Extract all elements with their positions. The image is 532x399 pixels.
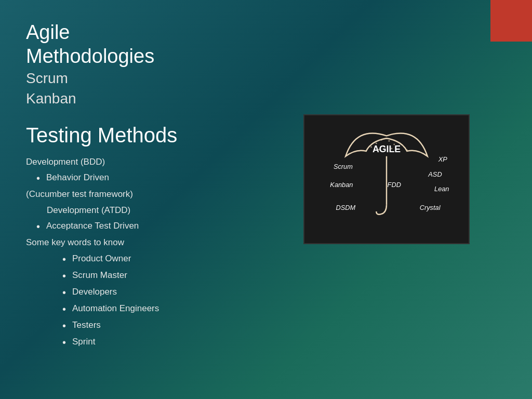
svg-text:Scrum: Scrum xyxy=(334,163,353,170)
main-content: Agile Methodologies Scrum Kanban Testing… xyxy=(0,0,260,371)
svg-point-3 xyxy=(388,140,390,142)
automation-item: • Automation Engineers xyxy=(62,301,234,317)
sub-bullet-icon-5: • xyxy=(62,317,66,334)
main-title: Agile Methodologies xyxy=(26,21,234,68)
svg-point-6 xyxy=(370,147,372,148)
product-owner-text: Product Owner xyxy=(72,251,131,267)
keywords-text: Some key words to know xyxy=(26,235,234,251)
sprint-item: • Sprint xyxy=(62,334,234,351)
automation-text: Automation Engineers xyxy=(72,301,159,317)
svg-text:DSDM: DSDM xyxy=(336,204,355,211)
bdd-text: Development (BDD) xyxy=(26,154,234,170)
sub-bullet-icon-6: • xyxy=(62,334,66,351)
scrum-master-item: • Scrum Master xyxy=(62,268,234,284)
svg-text:AGILE: AGILE xyxy=(373,144,401,154)
section-title: Testing Methods xyxy=(26,124,234,147)
subtitle1: Scrum xyxy=(26,70,68,86)
cucumber-text: (Cucumber test framework) xyxy=(26,187,234,203)
sub-bullet-icon-3: • xyxy=(62,284,66,301)
bullet-icon: • xyxy=(36,170,40,187)
product-owner-item: • Product Owner xyxy=(62,251,234,268)
atdd-text: Development (ATDD) xyxy=(47,203,234,219)
svg-text:XP: XP xyxy=(438,155,448,163)
sub-bullet-icon-2: • xyxy=(62,268,66,284)
red-corner-decoration xyxy=(490,0,532,42)
behavior-driven-item: • Behavior Driven xyxy=(36,170,234,187)
svg-text:Crystal: Crystal xyxy=(420,204,441,211)
svg-point-11 xyxy=(406,149,408,151)
sprint-text: Sprint xyxy=(72,334,95,350)
bullet-icon-2: • xyxy=(36,218,40,235)
scrum-master-text: Scrum Master xyxy=(72,268,127,284)
title-line1: Agile xyxy=(26,21,70,43)
acceptance-item: • Acceptance Test Driven xyxy=(36,218,234,235)
title-block: Agile Methodologies Scrum Kanban xyxy=(26,21,234,109)
agile-diagram: AGILE XP ASD Lean Crystal DSDM Kanban FD… xyxy=(304,115,469,243)
sub-bullet-icon-4: • xyxy=(62,301,66,317)
svg-text:ASD: ASD xyxy=(428,170,442,178)
svg-point-10 xyxy=(365,150,367,152)
svg-text:Kanban: Kanban xyxy=(330,181,353,189)
sub-bullet-icon-1: • xyxy=(62,251,66,268)
svg-point-2 xyxy=(381,139,382,141)
behavior-driven-text: Behavior Driven xyxy=(46,170,109,186)
developers-item: • Developers xyxy=(62,284,234,301)
testers-item: • Testers xyxy=(62,317,234,334)
agile-diagram-container: AGILE XP ASD Lean Crystal DSDM Kanban FD… xyxy=(303,114,470,244)
title-line2: Methodologies xyxy=(26,45,154,67)
testers-text: Testers xyxy=(72,317,101,334)
subtitle: Scrum Kanban xyxy=(26,68,234,109)
developers-text: Developers xyxy=(72,284,117,300)
svg-text:Lean: Lean xyxy=(434,185,449,193)
acceptance-text: Acceptance Test Driven xyxy=(46,218,139,234)
subtitle2: Kanban xyxy=(26,90,76,107)
content-list: Development (BDD) • Behavior Driven (Cuc… xyxy=(26,154,234,351)
svg-text:FDD: FDD xyxy=(388,181,401,189)
